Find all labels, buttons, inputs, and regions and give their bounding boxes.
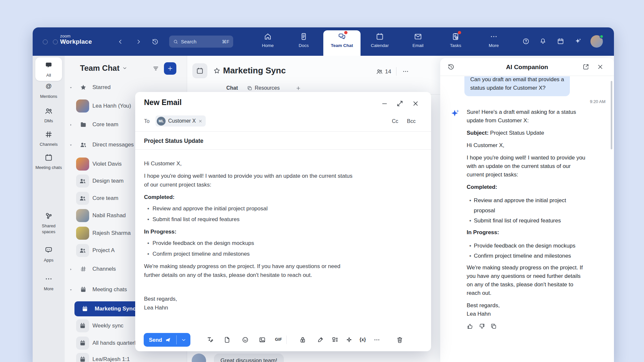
caret-down-icon[interactable] (69, 85, 73, 90)
sidebar-item-apps[interactable]: Apps (33, 246, 65, 263)
list-item[interactable]: Lea/Rajesh 1:1 (65, 352, 187, 362)
chat-fill-icon (44, 61, 53, 69)
thumbs-up-button[interactable] (467, 323, 474, 330)
hash-icon (44, 130, 53, 139)
sidebar-item-meeting-chats[interactable]: Meeting chats (33, 153, 65, 171)
greeting: Hi Customer X, (144, 159, 353, 168)
caret-down-icon[interactable] (69, 287, 73, 292)
recipient-chip[interactable]: ML Customer X (155, 115, 206, 127)
compose-toolbar: Send GIF{x} (135, 329, 431, 351)
body-intro: I hope you're doing well! I wanted to pr… (144, 172, 353, 189)
discard-draft-button[interactable] (396, 336, 403, 343)
encrypt-button[interactable] (299, 336, 306, 343)
channel-more-button[interactable] (402, 68, 409, 75)
avatar[interactable] (590, 35, 603, 48)
open-in-window-icon[interactable] (582, 63, 589, 70)
cc-button[interactable]: Cc (392, 118, 398, 124)
cal-tile-icon (78, 302, 91, 315)
avatar (76, 227, 89, 240)
remove-recipient-icon[interactable] (198, 119, 202, 123)
cal-tile-icon (76, 353, 89, 362)
people-f-icon (76, 192, 89, 205)
copy-button[interactable] (490, 323, 497, 330)
send-options-button[interactable] (177, 333, 190, 347)
top-bar: zoom Workplace Search ⌘F HomeDocsTeam Ch… (33, 27, 614, 56)
send-button[interactable]: Send (144, 333, 190, 347)
signoff: Best regards, (144, 294, 353, 303)
caret-down-icon[interactable] (69, 143, 73, 147)
attach-file-button[interactable] (224, 336, 231, 343)
channel-title: Marketing Sync (223, 66, 286, 76)
add-tab-button[interactable] (296, 85, 301, 91)
variables-button[interactable]: {x} (360, 337, 366, 344)
message-dots-icon (44, 246, 53, 254)
folder-f-icon (80, 121, 87, 128)
tab-resources[interactable]: Resources (247, 85, 280, 91)
format-text-button[interactable] (206, 336, 214, 343)
close-icon[interactable] (412, 100, 419, 107)
cal-tile-icon (80, 286, 87, 293)
close-icon[interactable] (597, 63, 604, 70)
chat-message: Great discussion team! (192, 354, 284, 362)
gif-button[interactable]: GIF (275, 337, 282, 344)
ai-intro: Sure! Here's a draft email asking for a … (467, 108, 588, 125)
ai-body-intro: I hope you're doing well! I wanted to pr… (467, 154, 588, 179)
new-email-modal: New Email To ML Customer X Cc Bcc Projec… (135, 92, 431, 351)
filter-button[interactable] (152, 65, 159, 72)
caret-right-icon[interactable] (69, 267, 73, 271)
sidebar-item-shared-spaces[interactable]: Shared spaces (33, 212, 65, 234)
closing: We're making steady progress on the proj… (144, 262, 353, 279)
chevron-down-icon (122, 66, 127, 71)
signature-button[interactable] (317, 336, 324, 343)
modal-title: New Email (144, 98, 182, 107)
recipient-name: Customer X (168, 118, 196, 124)
people-f-icon (80, 141, 87, 148)
insert-image-button[interactable] (259, 336, 266, 343)
plus-icon (167, 65, 173, 72)
at-icon: @ (44, 82, 53, 91)
bullet-item: •Submit final list of required features (144, 214, 353, 225)
minimize-icon[interactable] (381, 100, 388, 107)
expand-icon[interactable] (396, 100, 404, 107)
members-icon[interactable] (376, 68, 383, 75)
bullet-item: •Review and approve the initial project … (467, 195, 588, 216)
share-icon (44, 212, 53, 220)
scrollbar[interactable] (611, 81, 612, 149)
emoji-button[interactable] (242, 336, 249, 343)
sidebar-item-all[interactable]: All (33, 57, 65, 78)
bullet-item: •Submit final list of required features (467, 216, 588, 226)
pages-icon (247, 85, 252, 91)
send-label: Send (149, 337, 162, 343)
people-f-icon (76, 244, 89, 257)
sidebar-item-dms[interactable]: DMs (33, 107, 65, 124)
app-window: zoom Workplace Search ⌘F HomeDocsTeam Ch… (33, 27, 614, 362)
avatar (76, 209, 89, 222)
template-button[interactable] (331, 336, 339, 343)
subject-field[interactable]: Project Status Update (144, 138, 203, 144)
email-body[interactable]: Hi Customer X, I hope you're doing well!… (144, 159, 353, 316)
member-count[interactable]: 14 (385, 68, 391, 75)
more-options-button[interactable] (373, 336, 380, 343)
notifications-icon[interactable] (539, 38, 547, 45)
ai-compose-button[interactable] (346, 336, 353, 343)
to-label: To (144, 118, 150, 124)
star-channel-button[interactable] (213, 67, 220, 74)
calendar-icon (196, 67, 204, 75)
help-icon[interactable] (522, 38, 530, 45)
sidebar-item-mentions[interactable]: @Mentions (33, 82, 65, 99)
upcoming-meetings-icon[interactable] (557, 38, 564, 45)
ai-companion-icon[interactable] (574, 38, 582, 45)
left-rail: All@MentionsDMsChannelsMeeting chatsShar… (33, 56, 65, 362)
team-chat-dropdown[interactable]: Team Chat (80, 64, 127, 73)
sidebar-item-more[interactable]: More (33, 275, 65, 292)
star-f-icon (80, 84, 87, 91)
channel-type-icon (192, 63, 207, 78)
new-chat-button[interactable] (164, 62, 176, 75)
message-bubble: Great discussion team! (214, 354, 284, 362)
sidebar-item-channels[interactable]: Channels (33, 130, 65, 147)
ai-response: Sure! Here's a draft email asking for a … (449, 108, 605, 330)
bcc-button[interactable]: Bcc (407, 118, 416, 124)
caret-right-icon[interactable] (69, 122, 73, 127)
tab-chat[interactable]: Chat (226, 85, 238, 91)
thumbs-down-button[interactable] (478, 323, 485, 330)
